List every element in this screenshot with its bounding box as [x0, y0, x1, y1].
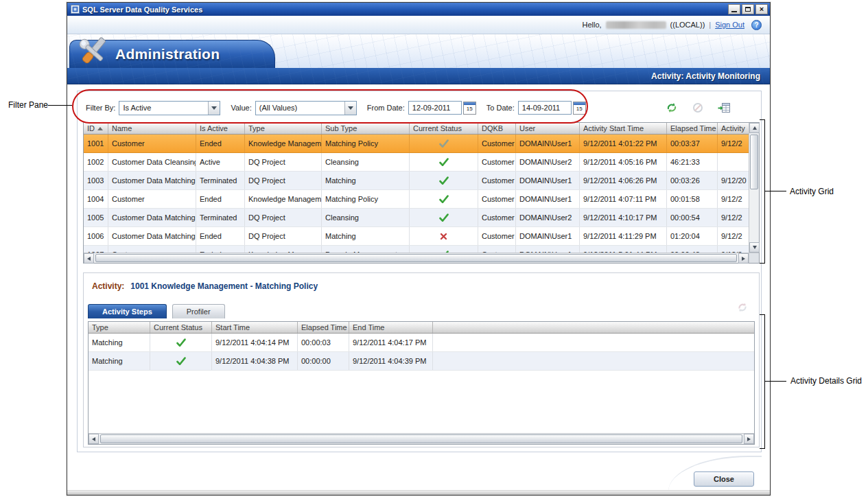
table-row[interactable]: Matching 9/12/2011 4:04:38 PM 00:00:00 9…: [89, 352, 754, 371]
table-row[interactable]: 1002 Customer Data Cleansing Active DQ P…: [84, 153, 749, 172]
from-date-label: From Date:: [367, 104, 405, 112]
table-row[interactable]: 1001 Customer Ended Knowledge Management…: [84, 135, 749, 153]
scroll-left-button[interactable]: [84, 253, 94, 264]
sign-out-link[interactable]: Sign Out: [715, 21, 744, 29]
refresh-disabled-icon: [737, 302, 748, 314]
close-window-button[interactable]: ×: [755, 4, 768, 14]
scrollbar-corner: [749, 253, 759, 263]
column-header-type[interactable]: Type: [245, 123, 322, 134]
details-tabs: Activity Steps Profiler: [88, 303, 225, 318]
window: SQL Server Data Quality Services × Hello…: [67, 2, 771, 496]
banner-activity-bar: Activity: Activity Monitoring: [67, 68, 770, 84]
column-header-activity-end[interactable]: Activity: [718, 123, 749, 134]
from-date-input[interactable]: 12-09-2011: [408, 101, 462, 115]
cell-is-active: Active: [196, 153, 245, 171]
close-button[interactable]: Close: [694, 471, 754, 487]
cell-is-active: Ended: [196, 246, 245, 253]
cell-name: Customer: [108, 246, 196, 253]
annotation-line: [765, 381, 786, 382]
status-success-icon: [439, 195, 449, 203]
column-header-elapsed[interactable]: Elapsed Time: [667, 123, 718, 134]
cell-activity-end: 9/12/2: [718, 190, 749, 208]
refresh-icon[interactable]: [665, 102, 679, 114]
details-grid-body: Matching 9/12/2011 4:04:14 PM 00:00:03 9…: [89, 334, 754, 433]
cell-dqkb: Customer: [478, 135, 516, 152]
column-header-elapsed[interactable]: Elapsed Time: [298, 322, 349, 333]
cell-elapsed: 00:00:03: [298, 334, 349, 351]
cell-start-time: 9/12/2011 4:07:11 PM: [580, 190, 667, 208]
to-date-value: 14-09-2011: [522, 104, 560, 112]
cell-start-time: 9/12/2011 4:04:38 PM: [212, 352, 298, 370]
cell-type: Matching: [89, 334, 150, 351]
cell-activity-end: 9/12/2: [718, 209, 749, 226]
calendar-icon[interactable]: 15: [573, 102, 586, 115]
scrollbar-thumb[interactable]: [750, 135, 758, 189]
column-header-start-time[interactable]: Activity Start Time: [580, 123, 667, 134]
status-success-icon: [176, 357, 186, 365]
cell-start-time: 9/12/2011 4:05:16 PM: [580, 153, 667, 171]
column-header-is-active[interactable]: Is Active: [196, 123, 245, 134]
scroll-right-button[interactable]: [744, 434, 754, 444]
value-dropdown[interactable]: (All Values): [255, 101, 357, 115]
cell-id: 1006: [84, 227, 108, 245]
restore-icon: [745, 7, 751, 12]
chevron-down-icon[interactable]: [208, 102, 220, 115]
scroll-down-button[interactable]: [749, 242, 760, 253]
user-bar: Hello, ((LOCAL)) | Sign Out: [67, 16, 770, 34]
table-row[interactable]: 1003 Customer Data Matching Terminated D…: [84, 172, 749, 190]
column-header-sub-type[interactable]: Sub Type: [322, 123, 410, 134]
cell-sub-type: Domain Management: [322, 246, 410, 253]
column-header-dqkb[interactable]: DQKB: [478, 123, 516, 134]
minimize-button[interactable]: [728, 4, 740, 14]
export-to-excel-icon[interactable]: [717, 102, 731, 114]
scroll-right-button[interactable]: [738, 253, 749, 264]
vertical-scrollbar[interactable]: [749, 123, 759, 253]
filter-by-dropdown[interactable]: Is Active: [119, 101, 220, 115]
column-header-id[interactable]: ID: [84, 123, 108, 134]
close-icon: ×: [760, 5, 764, 13]
horizontal-scrollbar[interactable]: [84, 253, 749, 263]
tab-activity-steps[interactable]: Activity Steps: [88, 304, 167, 318]
help-icon[interactable]: [751, 20, 762, 30]
horizontal-scrollbar[interactable]: [89, 433, 754, 444]
calendar-icon[interactable]: 15: [463, 102, 476, 115]
to-date-input[interactable]: 14-09-2011: [518, 101, 572, 115]
column-header-start-time[interactable]: Start Time: [212, 322, 298, 333]
table-row[interactable]: 1007 Customer Ended Knowledge Management…: [84, 246, 749, 253]
scrollbar-thumb[interactable]: [95, 254, 737, 262]
column-header-current-status[interactable]: Current Status: [410, 123, 478, 134]
scrollbar-thumb[interactable]: [100, 434, 742, 443]
activity-label: Activity:: [92, 281, 124, 291]
cell-elapsed: 00:00:00: [298, 352, 349, 370]
chevron-down-icon[interactable]: [344, 102, 356, 115]
cell-current-status: [410, 227, 478, 245]
cell-current-status: [410, 172, 478, 189]
column-header-user[interactable]: User: [516, 123, 580, 134]
cell-sub-type: Cleansing: [322, 209, 410, 226]
cell-elapsed: 00:01:58: [667, 190, 718, 208]
column-header-end-time[interactable]: End Time: [349, 322, 433, 333]
activity-value: 1001 Knowledge Management - Matching Pol…: [130, 281, 318, 291]
cell-sub-type: Matching Policy: [322, 190, 410, 208]
main-content: Filter By: Is Active Value: (All Values)…: [77, 91, 762, 452]
status-failed-icon: [440, 233, 447, 240]
scroll-up-button[interactable]: [749, 123, 760, 133]
restore-button[interactable]: [742, 4, 754, 14]
table-row[interactable]: 1005 Customer Data Matching Terminated D…: [84, 209, 749, 227]
cell-start-time: 9/12/2011 4:11:29 PM: [580, 227, 667, 245]
table-row[interactable]: Matching 9/12/2011 4:04:14 PM 00:00:03 9…: [89, 334, 754, 352]
column-header-current-status[interactable]: Current Status: [150, 322, 212, 333]
cell-dqkb: Customer: [478, 246, 516, 253]
cell-user: DOMAIN\User1: [516, 246, 580, 253]
cell-type: Knowledge Management: [245, 135, 322, 152]
column-header-type[interactable]: Type: [89, 322, 150, 333]
minimize-icon: [731, 11, 737, 12]
tab-profiler[interactable]: Profiler: [172, 304, 225, 318]
scroll-left-button[interactable]: [89, 434, 99, 444]
table-row[interactable]: 1006 Customer Data Matching Ended DQ Pro…: [84, 227, 749, 246]
column-header-name[interactable]: Name: [108, 123, 196, 134]
cell-id: 1001: [84, 135, 108, 152]
screenshot-page: SQL Server Data Quality Services × Hello…: [0, 0, 868, 501]
hello-label: Hello,: [582, 21, 601, 29]
table-row[interactable]: 1004 Customer Ended Knowledge Management…: [84, 190, 749, 209]
